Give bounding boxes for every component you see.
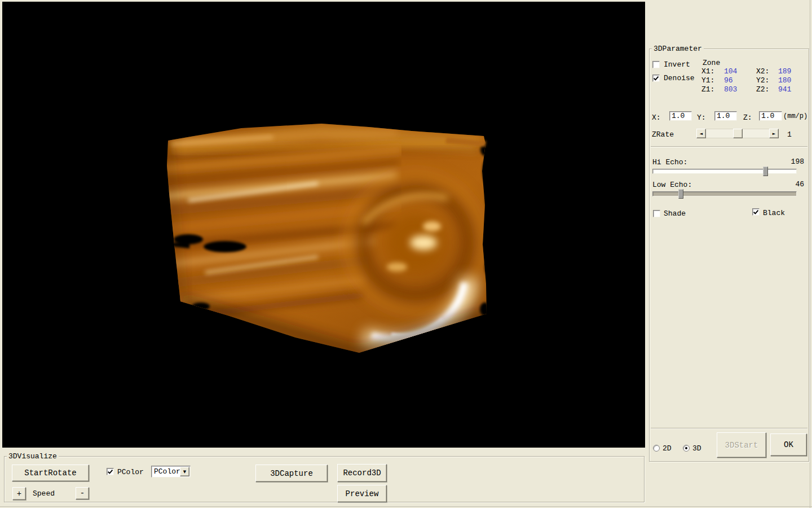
zone-x1-label: X1: bbox=[701, 67, 724, 76]
zone-x2-value: 189 bbox=[778, 67, 805, 76]
zone-y2-label: Y2: bbox=[756, 76, 778, 85]
black-label[interactable]: Black bbox=[763, 209, 785, 217]
invert-label[interactable]: Invert bbox=[664, 60, 690, 69]
mode-3d-label[interactable]: 3D bbox=[692, 444, 701, 453]
separator bbox=[651, 146, 807, 147]
pcolor-select-value: PColor bbox=[154, 467, 180, 476]
zrate-scroll-right-button[interactable]: ► bbox=[769, 129, 779, 138]
zone-y1-value: 96 bbox=[724, 76, 756, 85]
zone-label: Zone bbox=[703, 59, 720, 67]
volume-render bbox=[2, 2, 645, 448]
separator bbox=[651, 428, 807, 429]
speed-plus-button[interactable]: + bbox=[12, 487, 26, 500]
low-echo-slider-thumb[interactable] bbox=[678, 189, 683, 199]
low-echo-slider-track[interactable] bbox=[652, 191, 797, 196]
window-bottom-edge bbox=[0, 506, 812, 507]
zrate-scrollbar[interactable]: ◄ ► bbox=[696, 129, 779, 138]
check-icon bbox=[653, 75, 659, 81]
pcolor-label[interactable]: PColor bbox=[117, 468, 144, 476]
zone-z2-value: 941 bbox=[778, 85, 805, 94]
check-icon bbox=[107, 468, 113, 475]
hi-echo-value: 198 bbox=[751, 157, 804, 166]
check-icon bbox=[753, 209, 759, 215]
ok-button[interactable]: OK bbox=[770, 433, 807, 456]
black-checkbox[interactable] bbox=[752, 208, 760, 216]
pcolor-select-dropdown-button[interactable]: ▼ bbox=[180, 467, 189, 476]
scroll-left-icon: ◄ bbox=[700, 132, 703, 136]
zone-z2-label: Z2: bbox=[756, 85, 778, 94]
capture-3d-button[interactable]: 3DCapture bbox=[255, 465, 328, 482]
zrate-scrollbar-thumb[interactable] bbox=[733, 129, 743, 138]
low-echo-label: Low Echo: bbox=[652, 181, 692, 189]
shade-label[interactable]: Shade bbox=[664, 209, 686, 218]
parameter-groupbox: 3DParameter Invert Denoise Zone X1: 104 … bbox=[649, 49, 809, 462]
mode-2d-label[interactable]: 2D bbox=[663, 444, 672, 453]
zrate-label: ZRate bbox=[652, 130, 674, 139]
zone-y1-label: Y1: bbox=[701, 76, 724, 85]
mode-3d-radio[interactable] bbox=[683, 445, 690, 452]
mode-2d-radio[interactable] bbox=[653, 445, 660, 452]
chevron-down-icon: ▼ bbox=[183, 470, 186, 474]
zone-x2-label: X2: bbox=[756, 67, 778, 76]
application-window: 3DParameter Invert Denoise Zone X1: 104 … bbox=[0, 0, 812, 508]
zone-values: X1: 104 X2: 189 Y1: 96 Y2: 180 Z1: 803 Z… bbox=[701, 67, 805, 94]
y-scale-label: Y: bbox=[697, 113, 706, 122]
zrate-scroll-left-button[interactable]: ◄ bbox=[696, 129, 706, 138]
scroll-right-icon: ► bbox=[773, 132, 775, 136]
visualize-groupbox: 3DVisualize StartRotate PColor PColor ▼ … bbox=[4, 456, 645, 502]
scale-unit-label: (mm/p) bbox=[783, 112, 807, 120]
pcolor-select[interactable]: PColor ▼ bbox=[151, 466, 191, 478]
zone-z1-label: Z1: bbox=[701, 85, 724, 94]
hi-echo-slider-thumb[interactable] bbox=[763, 167, 768, 176]
zone-y2-value: 180 bbox=[778, 76, 805, 85]
zone-z1-value: 803 bbox=[724, 85, 756, 94]
zone-x1-value: 104 bbox=[724, 67, 756, 76]
parameter-groupbox-title: 3DParameter bbox=[652, 45, 704, 53]
hi-echo-slider[interactable] bbox=[652, 167, 797, 176]
preview-button[interactable]: Preview bbox=[337, 485, 387, 502]
hi-echo-slider-track[interactable] bbox=[652, 169, 797, 174]
denoise-checkbox[interactable] bbox=[652, 75, 660, 82]
window-right-edge bbox=[810, 0, 810, 508]
speed-label: Speed bbox=[33, 489, 55, 498]
x-scale-label: X: bbox=[652, 113, 661, 122]
visualize-groupbox-title: 3DVisualize bbox=[7, 452, 59, 461]
y-scale-input[interactable] bbox=[714, 111, 737, 121]
pcolor-checkbox[interactable] bbox=[107, 468, 114, 475]
start-rotate-button[interactable]: StartRotate bbox=[12, 465, 89, 481]
invert-checkbox[interactable] bbox=[652, 61, 660, 68]
radio-dot bbox=[685, 447, 687, 449]
speed-minus-button[interactable]: - bbox=[76, 487, 89, 500]
record-3d-button[interactable]: Record3D bbox=[337, 464, 387, 482]
low-echo-slider[interactable] bbox=[652, 189, 797, 199]
z-scale-label: Z: bbox=[743, 113, 752, 122]
z-scale-input[interactable] bbox=[759, 111, 782, 121]
start3d-button[interactable]: 3DStart bbox=[717, 432, 766, 458]
hi-echo-label: Hi Echo: bbox=[652, 158, 687, 167]
x-scale-input[interactable] bbox=[669, 111, 692, 121]
render-viewport[interactable] bbox=[2, 2, 645, 448]
shade-checkbox[interactable] bbox=[653, 210, 660, 217]
zrate-value: 1 bbox=[787, 130, 792, 139]
low-echo-value: 46 bbox=[751, 180, 804, 189]
denoise-label[interactable]: Denoise bbox=[664, 74, 695, 82]
